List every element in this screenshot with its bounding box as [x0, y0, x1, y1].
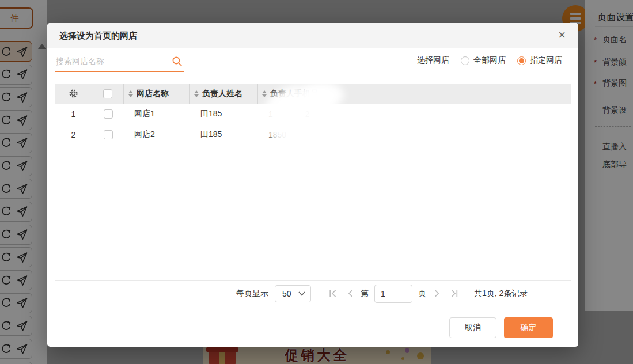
column-label: 负责人姓名 — [202, 89, 242, 99]
sortable-column-header[interactable]: 负责人姓名 — [190, 84, 258, 104]
row-checkbox[interactable] — [104, 130, 113, 139]
page: 件 页面设置 *页面名*背景颜*背景图背景设直播入底部导 促销大全 选择设为首页… — [0, 0, 633, 364]
per-page-label: 每页显示 — [236, 289, 268, 299]
shop-search — [55, 52, 184, 72]
shop-name-cell: 网店2 — [124, 124, 190, 145]
owner-phone-cell: 12 — [258, 104, 571, 124]
sort-icon[interactable] — [194, 90, 199, 97]
table-body: 1网店1田185122网店2田1851850 — [55, 104, 571, 145]
page-prefix-label: 第 — [361, 289, 369, 299]
pagination-bar: 每页显示 50 第 页 — [55, 280, 571, 306]
next-page-button[interactable] — [434, 289, 441, 298]
sortable-column-header[interactable]: 负责人手机号 — [258, 84, 571, 104]
owner-phone-cell: 1850 — [258, 124, 571, 145]
shop-filter: 选择网店 全部网店指定网店 — [417, 52, 562, 69]
first-page-button[interactable] — [329, 289, 338, 298]
cancel-button[interactable]: 取消 — [449, 317, 496, 338]
phone-tail: 2 — [305, 109, 310, 119]
dialog-header: 选择设为首页的网店 × — [47, 23, 578, 48]
radio-icon[interactable] — [461, 56, 469, 65]
search-icon[interactable] — [172, 56, 183, 69]
row-checkbox[interactable] — [104, 109, 113, 119]
per-page-select[interactable]: 50 — [275, 285, 311, 302]
sort-icon[interactable] — [262, 90, 267, 97]
column-label: 网店名称 — [137, 89, 169, 99]
prev-page-button[interactable] — [347, 289, 354, 298]
phone-prefix: 1 — [268, 109, 273, 119]
phone-prefix: 1850 — [268, 130, 286, 139]
radio-option[interactable]: 指定网店 — [517, 55, 562, 66]
row-index: 2 — [55, 124, 92, 145]
radio-label: 全部网店 — [473, 55, 506, 66]
shop-table: 网店名称负责人姓名负责人手机号 1网店1田185122网店2田1851850 — [55, 84, 571, 145]
filter-label: 选择网店 — [417, 55, 449, 66]
filter-options: 全部网店指定网店 — [461, 55, 562, 66]
page-number-input[interactable] — [374, 285, 412, 303]
chevron-down-icon — [298, 291, 305, 296]
close-icon[interactable]: × — [558, 23, 566, 47]
gear-icon — [68, 88, 79, 99]
sortable-column-header[interactable]: 网店名称 — [124, 84, 190, 104]
row-index: 1 — [55, 104, 92, 124]
confirm-button[interactable]: 确定 — [504, 317, 553, 338]
column-settings-button[interactable] — [55, 84, 92, 104]
radio-option[interactable]: 全部网店 — [461, 55, 506, 66]
table-row: 2网店2田1851850 — [55, 124, 571, 145]
table-row: 1网店1田18512 — [55, 104, 571, 124]
last-page-button[interactable] — [450, 289, 458, 298]
select-all-checkbox[interactable] — [103, 89, 112, 98]
sort-icon[interactable] — [128, 90, 133, 97]
radio-icon[interactable] — [517, 56, 526, 65]
dialog-title: 选择设为首页的网店 — [59, 23, 137, 48]
table-header: 网店名称负责人姓名负责人手机号 — [55, 84, 571, 104]
owner-name-cell: 田185 — [190, 124, 258, 145]
column-label: 负责人手机号 — [270, 89, 319, 99]
record-summary: 共1页, 2条记录 — [474, 289, 528, 299]
select-shop-dialog: 选择设为首页的网店 × 选择网店 全部网店指定网店 — [47, 23, 578, 347]
shop-name-cell: 网店1 — [124, 104, 190, 124]
owner-name-cell: 田185 — [190, 104, 258, 124]
per-page-value: 50 — [282, 289, 291, 298]
search-input[interactable] — [55, 52, 184, 72]
page-suffix-label: 页 — [418, 289, 426, 299]
radio-label: 指定网店 — [530, 55, 562, 66]
